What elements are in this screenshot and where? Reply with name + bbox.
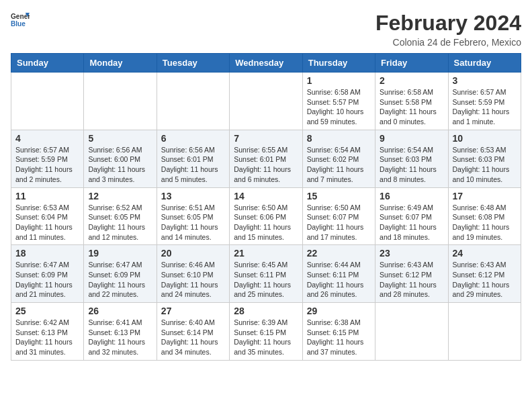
day-info: Sunrise: 6:39 AM Sunset: 6:15 PM Dayligh…: [234, 318, 298, 357]
day-number: 14: [234, 191, 298, 201]
day-info: Sunrise: 6:43 AM Sunset: 6:12 PM Dayligh…: [453, 260, 517, 300]
day-number: 27: [161, 306, 225, 316]
day-number: 7: [234, 133, 298, 144]
calendar-cell: 7Sunrise: 6:55 AM Sunset: 6:01 PM Daylig…: [230, 130, 302, 187]
calendar-cell: 6Sunrise: 6:56 AM Sunset: 6:01 PM Daylig…: [157, 130, 229, 187]
calendar-cell: 23Sunrise: 6:43 AM Sunset: 6:12 PM Dayli…: [375, 245, 448, 303]
column-header-thursday: Thursday: [302, 54, 375, 73]
day-info: Sunrise: 6:50 AM Sunset: 6:07 PM Dayligh…: [307, 203, 371, 242]
svg-text:Blue: Blue: [11, 20, 26, 28]
calendar-cell: 18Sunrise: 6:47 AM Sunset: 6:09 PM Dayli…: [11, 245, 84, 303]
day-number: 20: [161, 248, 225, 259]
calendar-cell: [11, 73, 84, 130]
day-number: 5: [88, 133, 152, 144]
day-number: 18: [15, 248, 79, 259]
day-info: Sunrise: 6:58 AM Sunset: 5:58 PM Dayligh…: [380, 87, 443, 127]
calendar-cell: 2Sunrise: 6:58 AM Sunset: 5:58 PM Daylig…: [375, 73, 448, 130]
day-info: Sunrise: 6:40 AM Sunset: 6:14 PM Dayligh…: [161, 318, 225, 357]
calendar-week-4: 25Sunrise: 6:42 AM Sunset: 6:13 PM Dayli…: [11, 303, 521, 361]
calendar-cell: 20Sunrise: 6:46 AM Sunset: 6:10 PM Dayli…: [157, 245, 229, 303]
calendar-cell: 26Sunrise: 6:41 AM Sunset: 6:13 PM Dayli…: [84, 303, 157, 361]
calendar-cell: 29Sunrise: 6:38 AM Sunset: 6:15 PM Dayli…: [302, 303, 375, 361]
day-info: Sunrise: 6:43 AM Sunset: 6:12 PM Dayligh…: [380, 260, 443, 300]
calendar-cell: 21Sunrise: 6:45 AM Sunset: 6:11 PM Dayli…: [230, 245, 302, 303]
day-number: 3: [453, 75, 517, 86]
page-header: General Blue February 2024 Colonia 24 de…: [11, 11, 521, 48]
day-number: 19: [88, 248, 152, 259]
calendar-cell: [84, 73, 157, 130]
calendar-cell: 16Sunrise: 6:49 AM Sunset: 6:07 PM Dayli…: [375, 187, 448, 245]
day-info: Sunrise: 6:46 AM Sunset: 6:10 PM Dayligh…: [161, 260, 225, 300]
day-info: Sunrise: 6:49 AM Sunset: 6:07 PM Dayligh…: [380, 203, 443, 242]
day-number: 16: [380, 191, 443, 201]
calendar-cell: 3Sunrise: 6:57 AM Sunset: 5:59 PM Daylig…: [448, 73, 521, 130]
calendar-cell: 4Sunrise: 6:57 AM Sunset: 5:59 PM Daylig…: [11, 130, 84, 187]
day-number: 4: [15, 133, 79, 144]
day-number: 21: [234, 248, 298, 259]
calendar-title: February 2024: [375, 11, 521, 36]
day-number: 1: [307, 75, 371, 86]
calendar-cell: 5Sunrise: 6:56 AM Sunset: 6:00 PM Daylig…: [84, 130, 157, 187]
day-number: 11: [15, 191, 79, 201]
calendar-week-0: 1Sunrise: 6:58 AM Sunset: 5:57 PM Daylig…: [11, 73, 521, 130]
day-info: Sunrise: 6:54 AM Sunset: 6:02 PM Dayligh…: [307, 145, 371, 185]
day-number: 17: [453, 191, 517, 201]
day-number: 2: [380, 75, 443, 86]
calendar-cell: [375, 303, 448, 361]
calendar-cell: 14Sunrise: 6:50 AM Sunset: 6:06 PM Dayli…: [230, 187, 302, 245]
column-header-tuesday: Tuesday: [157, 54, 229, 73]
day-info: Sunrise: 6:52 AM Sunset: 6:05 PM Dayligh…: [88, 203, 152, 242]
day-info: Sunrise: 6:56 AM Sunset: 6:00 PM Dayligh…: [88, 145, 152, 185]
day-number: 24: [453, 248, 517, 259]
calendar-cell: 11Sunrise: 6:53 AM Sunset: 6:04 PM Dayli…: [11, 187, 84, 245]
day-info: Sunrise: 6:42 AM Sunset: 6:13 PM Dayligh…: [15, 318, 79, 357]
calendar-cell: 25Sunrise: 6:42 AM Sunset: 6:13 PM Dayli…: [11, 303, 84, 361]
calendar-cell: 8Sunrise: 6:54 AM Sunset: 6:02 PM Daylig…: [302, 130, 375, 187]
day-number: 28: [234, 306, 298, 316]
day-number: 22: [307, 248, 371, 259]
calendar-header-row: SundayMondayTuesdayWednesdayThursdayFrid…: [11, 54, 521, 73]
calendar-week-1: 4Sunrise: 6:57 AM Sunset: 5:59 PM Daylig…: [11, 130, 521, 187]
calendar-body: 1Sunrise: 6:58 AM Sunset: 5:57 PM Daylig…: [11, 73, 521, 361]
calendar-week-3: 18Sunrise: 6:47 AM Sunset: 6:09 PM Dayli…: [11, 245, 521, 303]
calendar-week-2: 11Sunrise: 6:53 AM Sunset: 6:04 PM Dayli…: [11, 187, 521, 245]
calendar-cell: 1Sunrise: 6:58 AM Sunset: 5:57 PM Daylig…: [302, 73, 375, 130]
day-info: Sunrise: 6:56 AM Sunset: 6:01 PM Dayligh…: [161, 145, 225, 185]
day-number: 25: [15, 306, 79, 316]
calendar-cell: 15Sunrise: 6:50 AM Sunset: 6:07 PM Dayli…: [302, 187, 375, 245]
calendar-cell: 17Sunrise: 6:48 AM Sunset: 6:08 PM Dayli…: [448, 187, 521, 245]
day-info: Sunrise: 6:57 AM Sunset: 5:59 PM Dayligh…: [15, 145, 79, 185]
day-info: Sunrise: 6:58 AM Sunset: 5:57 PM Dayligh…: [307, 87, 371, 127]
day-number: 6: [161, 133, 225, 144]
logo: General Blue: [11, 11, 30, 30]
calendar-cell: 27Sunrise: 6:40 AM Sunset: 6:14 PM Dayli…: [157, 303, 229, 361]
day-info: Sunrise: 6:53 AM Sunset: 6:03 PM Dayligh…: [453, 145, 517, 185]
day-info: Sunrise: 6:38 AM Sunset: 6:15 PM Dayligh…: [307, 318, 371, 357]
day-info: Sunrise: 6:47 AM Sunset: 6:09 PM Dayligh…: [15, 260, 79, 300]
day-number: 10: [453, 133, 517, 144]
day-number: 26: [88, 306, 152, 316]
column-header-saturday: Saturday: [448, 54, 521, 73]
day-info: Sunrise: 6:57 AM Sunset: 5:59 PM Dayligh…: [453, 87, 517, 127]
calendar-cell: 28Sunrise: 6:39 AM Sunset: 6:15 PM Dayli…: [230, 303, 302, 361]
title-area: February 2024 Colonia 24 de Febrero, Mex…: [375, 11, 521, 48]
calendar-table: SundayMondayTuesdayWednesdayThursdayFrid…: [11, 53, 521, 361]
day-info: Sunrise: 6:47 AM Sunset: 6:09 PM Dayligh…: [88, 260, 152, 300]
calendar-subtitle: Colonia 24 de Febrero, Mexico: [375, 37, 521, 48]
day-number: 15: [307, 191, 371, 201]
day-info: Sunrise: 6:41 AM Sunset: 6:13 PM Dayligh…: [88, 318, 152, 357]
calendar-cell: 9Sunrise: 6:54 AM Sunset: 6:03 PM Daylig…: [375, 130, 448, 187]
logo-icon: General Blue: [11, 11, 30, 30]
column-header-monday: Monday: [84, 54, 157, 73]
calendar-cell: [230, 73, 302, 130]
calendar-cell: [157, 73, 229, 130]
day-number: 8: [307, 133, 371, 144]
calendar-cell: 22Sunrise: 6:44 AM Sunset: 6:11 PM Dayli…: [302, 245, 375, 303]
day-number: 13: [161, 191, 225, 201]
calendar-cell: 24Sunrise: 6:43 AM Sunset: 6:12 PM Dayli…: [448, 245, 521, 303]
day-info: Sunrise: 6:54 AM Sunset: 6:03 PM Dayligh…: [380, 145, 443, 185]
calendar-cell: [448, 303, 521, 361]
day-info: Sunrise: 6:50 AM Sunset: 6:06 PM Dayligh…: [234, 203, 298, 242]
day-number: 12: [88, 191, 152, 201]
day-info: Sunrise: 6:48 AM Sunset: 6:08 PM Dayligh…: [453, 203, 517, 242]
